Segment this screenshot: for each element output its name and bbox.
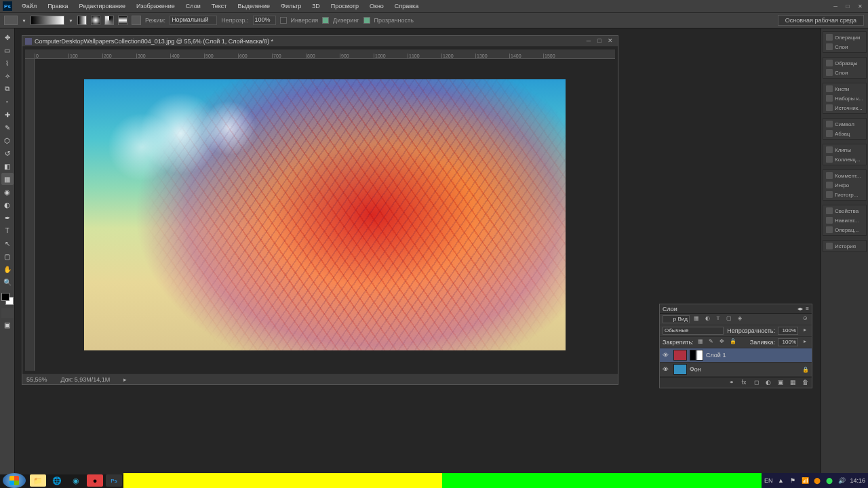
menu-help[interactable]: Справка <box>389 1 424 11</box>
blur-tool[interactable]: ◉ <box>1 186 14 198</box>
delete-layer-button[interactable]: 🗑 <box>801 379 809 387</box>
doc-close-button[interactable]: ✕ <box>606 37 615 45</box>
panel-info[interactable]: Инфо <box>825 181 865 189</box>
panel-swatches[interactable]: Образцы <box>825 59 865 67</box>
lock-pixels-icon[interactable]: ✎ <box>707 338 715 346</box>
layer-name[interactable]: Слой 1 <box>706 352 809 359</box>
hand-tool[interactable]: ✋ <box>1 263 14 275</box>
lock-transparency-icon[interactable]: ▦ <box>696 338 705 346</box>
gradient-diamond-button[interactable] <box>132 16 141 25</box>
tray-shield-icon[interactable]: ⬤ <box>813 476 821 485</box>
transparency-checkbox[interactable] <box>363 17 370 24</box>
layer-mask-thumbnail[interactable] <box>690 350 703 361</box>
eraser-tool[interactable]: ◧ <box>1 160 14 172</box>
foreground-color[interactable] <box>1 293 9 301</box>
horizontal-ruler[interactable]: 0100200300400500600700800900100011001200… <box>25 49 615 59</box>
panel-brushes[interactable]: Кисти <box>825 85 865 93</box>
taskbar-media-icon[interactable]: ◉ <box>68 474 84 487</box>
statusbar-arrow-icon[interactable]: ▸ <box>123 376 127 383</box>
panel-collapse-icon[interactable]: ◂▸ <box>797 306 803 312</box>
doc-maximize-button[interactable]: □ <box>595 37 604 45</box>
menu-redact[interactable]: Редактирование <box>74 1 132 11</box>
panel-operations[interactable]: Операции <box>825 33 865 41</box>
gradient-radial-button[interactable] <box>91 16 100 25</box>
panel-collections[interactable]: Коллекц... <box>825 155 865 163</box>
marquee-tool[interactable]: ▭ <box>1 44 14 56</box>
layer-thumbnail[interactable] <box>673 364 687 375</box>
panel-histogram[interactable]: Гистогр... <box>825 190 865 199</box>
menu-text[interactable]: Текст <box>206 1 233 11</box>
filter-type-icon[interactable]: T <box>714 315 722 323</box>
menu-image[interactable]: Изображение <box>131 1 180 11</box>
path-tool[interactable]: ↖ <box>1 237 14 249</box>
minimize-button[interactable]: ─ <box>830 2 841 10</box>
panel-properties[interactable]: Свойства <box>825 207 865 215</box>
brush-tool[interactable]: ✎ <box>1 121 14 134</box>
panel-clone-source[interactable]: Источник... <box>825 104 865 112</box>
lock-position-icon[interactable]: ✥ <box>718 338 726 346</box>
maximize-button[interactable]: □ <box>842 2 853 10</box>
menu-edit[interactable]: Правка <box>42 1 73 11</box>
opacity-scrub-icon[interactable]: ▸ <box>801 327 809 335</box>
layer-row[interactable]: 👁 Слой 1 <box>660 348 812 363</box>
blend-mode-select[interactable]: Обычные <box>663 327 724 335</box>
heal-tool[interactable]: ✚ <box>1 108 14 121</box>
crop-tool[interactable]: ⧉ <box>1 83 14 95</box>
opacity-input[interactable]: 100% <box>253 16 276 25</box>
taskbar-browser-icon[interactable]: 🌐 <box>49 474 65 487</box>
menu-view[interactable]: Просмотр <box>326 1 364 11</box>
tray-arrow-icon[interactable]: ▲ <box>776 476 785 485</box>
panel-layers-1[interactable]: Слои <box>825 43 865 51</box>
panel-brush-presets[interactable]: Наборы к... <box>825 94 865 102</box>
menu-layers[interactable]: Слои <box>180 1 206 11</box>
clock[interactable]: 14:16 <box>850 477 865 484</box>
layer-name[interactable]: Фон <box>690 366 800 373</box>
type-tool[interactable]: T <box>1 224 14 237</box>
doc-info[interactable]: Док: 5,93M/14,1M <box>61 376 111 383</box>
layer-fx-button[interactable]: fx <box>740 379 748 387</box>
panel-history[interactable]: История <box>825 242 865 250</box>
layer-thumbnail[interactable] <box>673 350 687 361</box>
layer-visibility-toggle[interactable]: 👁 <box>663 352 671 359</box>
layer-fill-input[interactable]: 100% <box>778 338 798 346</box>
zoom-level[interactable]: 55,56% <box>26 376 47 383</box>
panel-character[interactable]: Символ <box>825 120 865 128</box>
link-layers-button[interactable]: ⚭ <box>728 379 736 387</box>
dodge-tool[interactable]: ◐ <box>1 199 14 211</box>
new-group-button[interactable]: ▣ <box>776 379 785 387</box>
filter-smart-icon[interactable]: ◈ <box>736 315 744 323</box>
tray-volume-icon[interactable]: 🔊 <box>837 476 846 485</box>
zoom-tool[interactable]: 🔍 <box>1 276 14 288</box>
layer-row[interactable]: 👁 Фон 🔒 <box>660 363 812 377</box>
panel-actions[interactable]: Операц... <box>825 226 865 234</box>
adjustment-layer-button[interactable]: ◐ <box>764 379 772 387</box>
close-button[interactable]: ✕ <box>854 2 865 10</box>
tray-update-icon[interactable]: ⬤ <box>825 476 833 485</box>
color-swatch[interactable] <box>1 293 14 305</box>
menu-file[interactable]: Файл <box>16 1 42 11</box>
lock-all-icon[interactable]: 🔒 <box>729 338 737 346</box>
eyedropper-tool[interactable]: ⁃ <box>1 96 14 108</box>
tray-network-icon[interactable]: 📶 <box>801 476 809 485</box>
add-mask-button[interactable]: ◻ <box>752 379 760 387</box>
vertical-ruler[interactable] <box>25 59 35 371</box>
reverse-checkbox[interactable] <box>280 17 287 24</box>
wand-tool[interactable]: ✧ <box>1 70 14 82</box>
panel-paragraph[interactable]: Абзац <box>825 129 865 138</box>
dropdown-icon[interactable]: ▼ <box>68 18 73 23</box>
menu-select[interactable]: Выделение <box>232 1 275 11</box>
layer-opacity-input[interactable]: 100% <box>778 327 798 335</box>
layers-panel-titlebar[interactable]: Слои ◂▸ ≡ <box>660 304 812 314</box>
tool-preset-picker[interactable] <box>4 16 18 25</box>
gradient-picker[interactable] <box>31 16 64 25</box>
canvas[interactable] <box>35 59 615 371</box>
doc-minimize-button[interactable]: ─ <box>584 37 593 45</box>
gradient-angle-button[interactable] <box>104 16 114 25</box>
gradient-tool[interactable]: ▦ <box>1 173 14 185</box>
gradient-linear-button[interactable] <box>77 16 87 25</box>
history-brush-tool[interactable]: ↺ <box>1 147 14 159</box>
quick-mask-toggle[interactable] <box>1 308 14 318</box>
dropdown-icon[interactable]: ▼ <box>22 18 26 23</box>
dither-checkbox[interactable] <box>322 17 329 24</box>
gradient-reflected-button[interactable] <box>118 16 127 25</box>
